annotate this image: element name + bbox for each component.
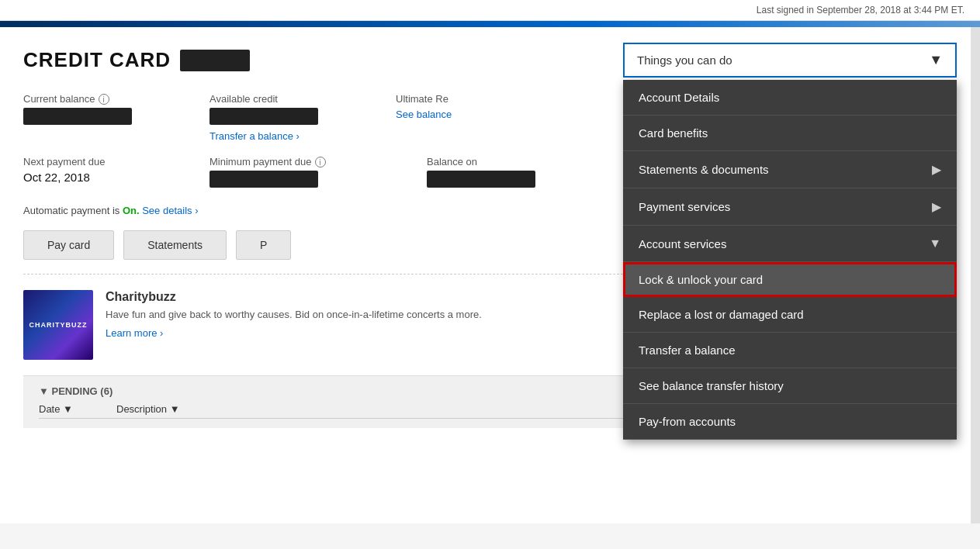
dropdown-label-account-details: Account Details bbox=[639, 91, 719, 104]
card-number-mask bbox=[180, 50, 250, 71]
charity-image: CHARITYBUZZ bbox=[23, 290, 93, 360]
charity-name: Charitybuzz bbox=[106, 290, 482, 304]
dropdown-item-transfer-balance[interactable]: Transfer a balance bbox=[623, 333, 957, 368]
charity-content: Charitybuzz Have fun and give back to wo… bbox=[106, 290, 482, 339]
min-payment-section: Minimum payment due i bbox=[210, 156, 411, 192]
available-credit-label: Available credit bbox=[210, 93, 380, 105]
dropdown-label-transfer-balance: Transfer a balance bbox=[639, 344, 736, 357]
charity-img-label: CHARITYBUZZ bbox=[29, 321, 88, 329]
next-payment-section: Next payment due Oct 22, 2018 bbox=[23, 156, 194, 192]
arrow-icon-statements: ▶ bbox=[932, 162, 941, 177]
dropdown-item-payment-services[interactable]: Payment services ▶ bbox=[623, 188, 957, 226]
arrow-icon-account-services: ▼ bbox=[929, 237, 941, 250]
available-credit-value-mask bbox=[210, 108, 318, 125]
auto-on-status: On. bbox=[123, 205, 140, 216]
current-balance-label: Current balance i bbox=[23, 93, 194, 105]
third-action-button[interactable]: P bbox=[236, 230, 291, 260]
info-icon-balance[interactable]: i bbox=[99, 94, 109, 105]
dropdown-label-card-benefits: Card benefits bbox=[639, 126, 708, 140]
main-container: CREDIT CARD Things you can do ▼ Current … bbox=[0, 27, 980, 523]
dropdown-item-card-benefits[interactable]: Card benefits bbox=[623, 116, 957, 151]
dropdown-label-payment-services: Payment services bbox=[639, 200, 730, 213]
dropdown-label-see-balance-history: See balance transfer history bbox=[639, 379, 784, 392]
scrollbar[interactable] bbox=[971, 27, 980, 523]
page-header: CREDIT CARD Things you can do ▼ bbox=[23, 43, 957, 78]
col-date[interactable]: Date ▼ bbox=[39, 403, 101, 415]
charity-description: Have fun and give back to worthy causes.… bbox=[106, 309, 482, 320]
balance-on-value-mask bbox=[427, 171, 535, 188]
dropdown-menu: Account Details Card benefits Statements… bbox=[623, 80, 957, 440]
min-payment-value-mask bbox=[210, 171, 318, 188]
min-payment-label: Minimum payment due i bbox=[210, 156, 411, 167]
dropdown-item-see-balance-history[interactable]: See balance transfer history bbox=[623, 368, 957, 404]
col-description[interactable]: Description ▼ bbox=[116, 403, 180, 415]
dropdown-item-lock-unlock[interactable]: Lock & unlock your card bbox=[623, 262, 957, 297]
page-title: CREDIT CARD bbox=[23, 48, 171, 72]
see-details-link[interactable]: See details › bbox=[142, 205, 198, 216]
dropdown-button-label: Things you can do bbox=[637, 54, 732, 67]
dropdown-label-pay-from-accounts: Pay-from accounts bbox=[639, 415, 736, 428]
dropdown-item-account-details[interactable]: Account Details bbox=[623, 80, 957, 116]
see-balance-link[interactable]: See balance bbox=[396, 109, 452, 120]
transfer-balance-link[interactable]: Transfer a balance › bbox=[210, 130, 300, 142]
dropdown-item-replace-card[interactable]: Replace a lost or damaged card bbox=[623, 297, 957, 333]
dropdown-label-replace-card: Replace a lost or damaged card bbox=[639, 308, 804, 321]
learn-more-link[interactable]: Learn more › bbox=[106, 327, 163, 339]
dropdown-item-statements-documents[interactable]: Statements & documents ▶ bbox=[623, 151, 957, 188]
chevron-down-icon: ▼ bbox=[929, 52, 943, 68]
dropdown-label-account-services: Account services bbox=[639, 237, 726, 250]
top-bar: Last signed in September 28, 2018 at 3:4… bbox=[0, 0, 980, 21]
available-credit-section: Available credit Transfer a balance › bbox=[210, 93, 380, 142]
blue-stripe bbox=[0, 21, 980, 27]
next-payment-label: Next payment due bbox=[23, 156, 194, 167]
credit-card-title: CREDIT CARD bbox=[23, 48, 250, 72]
dropdown-item-pay-from-accounts[interactable]: Pay-from accounts bbox=[623, 404, 957, 440]
statements-button[interactable]: Statements bbox=[123, 230, 227, 260]
arrow-icon-payment: ▶ bbox=[932, 199, 941, 214]
dropdown-label-lock-unlock: Lock & unlock your card bbox=[639, 273, 763, 286]
last-signed-text: Last signed in September 28, 2018 at 3:4… bbox=[757, 5, 964, 16]
next-payment-date: Oct 22, 2018 bbox=[23, 171, 194, 184]
dropdown-label-statements-documents: Statements & documents bbox=[639, 163, 769, 176]
dropdown-item-account-services[interactable]: Account services ▼ bbox=[623, 226, 957, 262]
current-balance-section: Current balance i bbox=[23, 93, 194, 142]
pay-card-button[interactable]: Pay card bbox=[23, 230, 114, 260]
info-icon-min-payment[interactable]: i bbox=[315, 157, 326, 167]
things-dropdown-button[interactable]: Things you can do ▼ bbox=[623, 43, 957, 78]
current-balance-value-mask bbox=[23, 108, 132, 125]
